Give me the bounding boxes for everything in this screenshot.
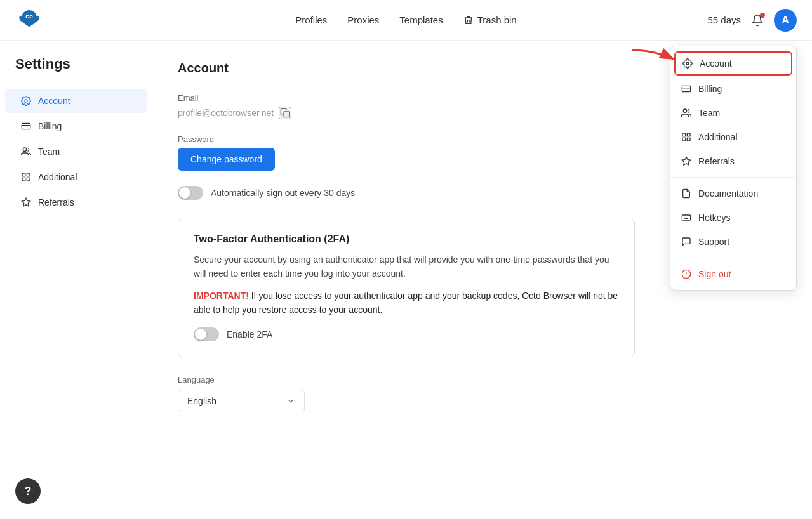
hotkeys-icon bbox=[681, 212, 692, 223]
language-select[interactable]: English bbox=[178, 390, 305, 412]
red-arrow-indicator bbox=[629, 47, 680, 74]
email-label: Email bbox=[178, 93, 635, 103]
days-badge: 55 days bbox=[707, 15, 741, 25]
svg-marker-19 bbox=[682, 157, 690, 165]
toggle-knob bbox=[179, 187, 190, 199]
svg-point-25 bbox=[23, 148, 26, 151]
dropdown-hotkeys-label: Hotkeys bbox=[698, 213, 731, 223]
svg-rect-20 bbox=[682, 215, 690, 220]
doc-icon bbox=[681, 188, 692, 199]
nav-templates[interactable]: Templates bbox=[399, 15, 443, 25]
twofa-title: Two-Factor Authentication (2FA) bbox=[194, 233, 619, 245]
dropdown-item-documentation[interactable]: Documentation bbox=[670, 181, 796, 206]
avatar-button[interactable]: A bbox=[774, 9, 797, 32]
nav-profiles[interactable]: Profiles bbox=[295, 15, 327, 25]
svg-rect-31 bbox=[284, 112, 290, 117]
topnav: Profiles Proxies Templates Trash bin 55 … bbox=[0, 0, 812, 41]
dropdown-item-referrals[interactable]: Referrals bbox=[670, 149, 796, 173]
billing-icon bbox=[681, 83, 692, 95]
twofa-desc: Secure your account by using an authenti… bbox=[194, 253, 619, 281]
svg-rect-28 bbox=[22, 178, 25, 181]
dropdown-signout-label: Sign out bbox=[698, 269, 731, 279]
email-section: Email profile@octobrowser.net bbox=[178, 93, 635, 119]
language-section: Language English bbox=[178, 375, 635, 412]
email-row: profile@octobrowser.net bbox=[178, 107, 635, 119]
sidebar-item-billing[interactable]: Billing bbox=[5, 114, 147, 138]
auto-signout-toggle[interactable] bbox=[178, 186, 203, 200]
dropdown-support-label: Support bbox=[698, 237, 729, 247]
content-title: Account bbox=[178, 61, 635, 76]
dropdown-item-billing[interactable]: Billing bbox=[670, 77, 796, 101]
dropdown-additional-label: Additional bbox=[698, 132, 738, 142]
sidebar-item-account[interactable]: Account bbox=[5, 89, 147, 113]
twofa-toggle-row: Enable 2FA bbox=[194, 327, 619, 341]
svg-rect-17 bbox=[682, 138, 686, 141]
auto-signout-row: Automatically sign out every 30 days bbox=[178, 186, 635, 200]
twofa-enable-label: Enable 2FA bbox=[227, 329, 272, 339]
settings-title: Settings bbox=[0, 56, 152, 88]
dropdown-referrals-label: Referrals bbox=[698, 156, 735, 166]
email-value: profile@octobrowser.net bbox=[178, 108, 274, 118]
svg-rect-16 bbox=[687, 133, 690, 136]
svg-rect-29 bbox=[27, 178, 30, 181]
dropdown-team-label: Team bbox=[698, 108, 720, 118]
topnav-right: 55 days A bbox=[707, 9, 797, 32]
dropdown-item-additional[interactable]: Additional bbox=[670, 125, 796, 149]
sidebar-team-icon bbox=[20, 146, 32, 157]
dropdown-item-account[interactable]: Account bbox=[674, 51, 792, 76]
sidebar-account-label: Account bbox=[38, 96, 70, 106]
twofa-warning: IMPORTANT! If you lose access to your au… bbox=[194, 289, 619, 317]
twofa-toggle-knob bbox=[195, 329, 206, 340]
dropdown-item-signout[interactable]: Sign out bbox=[670, 262, 796, 286]
svg-marker-30 bbox=[22, 198, 30, 206]
dropdown-item-support[interactable]: Support bbox=[670, 230, 796, 254]
svg-point-8 bbox=[27, 16, 28, 17]
twofa-warning-text: If you lose access to your authenticator… bbox=[194, 291, 618, 315]
sidebar-billing-icon bbox=[20, 121, 32, 132]
notification-dot bbox=[760, 13, 765, 18]
star-icon bbox=[681, 155, 692, 167]
auto-signout-label: Automatically sign out every 30 days bbox=[211, 188, 355, 198]
nav-links: Profiles Proxies Templates Trash bin bbox=[295, 15, 516, 25]
twofa-toggle[interactable] bbox=[194, 327, 219, 341]
gear-icon bbox=[682, 58, 693, 69]
sidebar-item-team[interactable]: Team bbox=[5, 140, 147, 164]
notification-button[interactable] bbox=[751, 14, 764, 27]
sidebar-item-additional[interactable]: Additional bbox=[5, 165, 147, 189]
sidebar-gear-icon bbox=[20, 95, 32, 107]
logo[interactable] bbox=[15, 6, 43, 34]
svg-point-9 bbox=[30, 16, 32, 17]
nav-proxies[interactable]: Proxies bbox=[347, 15, 379, 25]
svg-point-14 bbox=[683, 109, 686, 112]
team-icon bbox=[681, 107, 692, 119]
dropdown-item-hotkeys[interactable]: Hotkeys bbox=[670, 206, 796, 230]
twofa-important-label: IMPORTANT! bbox=[194, 291, 249, 301]
dropdown-account-label: Account bbox=[700, 58, 732, 69]
password-label: Password bbox=[178, 135, 635, 144]
sidebar-star-icon bbox=[20, 197, 32, 208]
twofa-card: Two-Factor Authentication (2FA) Secure y… bbox=[178, 218, 635, 357]
sidebar-billing-label: Billing bbox=[38, 121, 62, 131]
svg-rect-15 bbox=[682, 133, 686, 136]
dropdown-item-team[interactable]: Team bbox=[670, 101, 796, 125]
chevron-down-icon bbox=[286, 397, 295, 405]
dropdown-divider-2 bbox=[670, 258, 796, 258]
svg-rect-26 bbox=[22, 173, 25, 176]
svg-rect-18 bbox=[687, 138, 690, 141]
dropdown-billing-label: Billing bbox=[698, 84, 722, 94]
change-password-button[interactable]: Change password bbox=[178, 148, 275, 171]
language-label: Language bbox=[178, 375, 635, 384]
sidebar-item-referrals[interactable]: Referrals bbox=[5, 190, 147, 214]
sidebar-additional-icon bbox=[20, 171, 32, 183]
sidebar-team-label: Team bbox=[38, 147, 60, 157]
copy-email-button[interactable] bbox=[279, 107, 291, 119]
svg-point-22 bbox=[25, 100, 27, 102]
svg-rect-27 bbox=[27, 173, 30, 176]
help-button[interactable]: ? bbox=[15, 478, 41, 504]
nav-trashbin[interactable]: Trash bin bbox=[463, 15, 517, 25]
signout-icon bbox=[681, 268, 692, 280]
additional-icon bbox=[681, 131, 692, 143]
svg-rect-23 bbox=[22, 123, 30, 129]
main-content: Account Email profile@octobrowser.net Pa… bbox=[152, 41, 660, 519]
svg-point-11 bbox=[686, 62, 689, 65]
